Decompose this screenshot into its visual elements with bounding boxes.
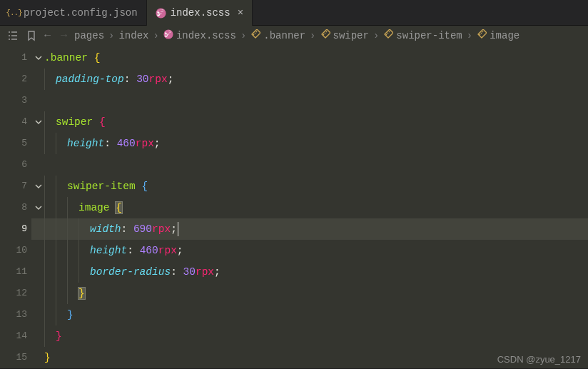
line-number: 14 xyxy=(0,325,31,347)
code-line[interactable]: width: 690rpx; xyxy=(31,218,588,240)
tab-label: index.scss xyxy=(171,7,230,19)
close-icon[interactable]: × xyxy=(238,7,243,19)
chevron-right-icon: › xyxy=(153,30,158,41)
line-number: 12 xyxy=(0,283,31,304)
ruler-icon xyxy=(477,29,487,42)
line-number: 9 xyxy=(0,218,31,240)
tab-project-config[interactable]: project.config.json xyxy=(0,0,147,26)
code-editor[interactable]: 123456789101112131415 .banner {padding-t… xyxy=(0,46,588,368)
code-line[interactable]: .banner { xyxy=(31,47,588,69)
crumb-banner[interactable]: .banner xyxy=(250,29,305,42)
code-line[interactable]: swiper { xyxy=(31,111,588,133)
watermark: CSDN @zyue_1217 xyxy=(497,354,581,365)
line-number: 5 xyxy=(0,133,31,154)
crumb-image[interactable]: image xyxy=(477,29,519,42)
ruler-icon xyxy=(320,29,330,42)
line-number: 15 xyxy=(0,347,31,368)
bookmark-icon[interactable] xyxy=(26,30,37,41)
ruler-icon xyxy=(383,29,393,42)
code-line[interactable] xyxy=(31,90,588,111)
crumb-index-folder[interactable]: index xyxy=(118,30,148,41)
line-number: 7 xyxy=(0,176,31,197)
code-line[interactable] xyxy=(31,154,588,176)
nav-arrows: ← → xyxy=(44,30,67,42)
code-line[interactable]: border-radius: 30rpx; xyxy=(31,261,588,283)
breadcrumb: pages › index › index.scss › .banner › s… xyxy=(74,29,519,42)
code-line[interactable]: height: 460rpx; xyxy=(31,240,588,261)
sass-icon xyxy=(156,8,166,19)
crumb-swiper[interactable]: swiper xyxy=(320,29,369,42)
code-line[interactable]: } xyxy=(31,304,588,325)
code-line[interactable]: padding-top: 30rpx; xyxy=(31,69,588,90)
json-icon xyxy=(9,8,19,19)
editor-toolbar: ← → pages › index › index.scss › .banner… xyxy=(0,26,588,46)
line-number: 2 xyxy=(0,69,31,90)
code-line[interactable]: image { xyxy=(31,197,588,218)
line-number: 10 xyxy=(0,240,31,261)
nav-forward-icon[interactable]: → xyxy=(61,30,67,42)
crumb-index-scss[interactable]: index.scss xyxy=(163,29,236,42)
line-number: 1 xyxy=(0,47,31,69)
tab-label: project.config.json xyxy=(24,7,138,19)
line-number: 11 xyxy=(0,261,31,283)
line-number: 4 xyxy=(0,111,31,133)
tab-index-scss[interactable]: index.scss × xyxy=(147,0,253,26)
crumb-swiper-item[interactable]: swiper-item xyxy=(383,29,462,42)
line-number: 8 xyxy=(0,197,31,218)
chevron-right-icon: › xyxy=(240,30,246,41)
code-line[interactable]: } xyxy=(31,325,588,347)
outline-icon[interactable] xyxy=(7,30,19,41)
code-line[interactable]: } xyxy=(31,283,588,304)
line-number: 6 xyxy=(0,154,31,176)
line-number: 3 xyxy=(0,90,31,111)
code-area[interactable]: .banner {padding-top: 30rpx;swiper {heig… xyxy=(31,46,588,368)
nav-back-icon[interactable]: ← xyxy=(44,30,51,42)
line-gutter: 123456789101112131415 xyxy=(0,46,31,368)
chevron-right-icon: › xyxy=(467,30,472,41)
chevron-right-icon: › xyxy=(310,30,315,41)
code-line[interactable]: height: 460rpx; xyxy=(31,133,588,154)
chevron-right-icon: › xyxy=(108,30,114,41)
tab-bar: project.config.json index.scss × xyxy=(0,0,588,26)
ruler-icon xyxy=(250,29,260,42)
crumb-pages[interactable]: pages xyxy=(74,30,104,41)
chevron-right-icon: › xyxy=(373,30,379,41)
code-line[interactable]: swiper-item { xyxy=(31,176,588,197)
sass-icon xyxy=(163,29,173,42)
line-number: 13 xyxy=(0,304,31,325)
